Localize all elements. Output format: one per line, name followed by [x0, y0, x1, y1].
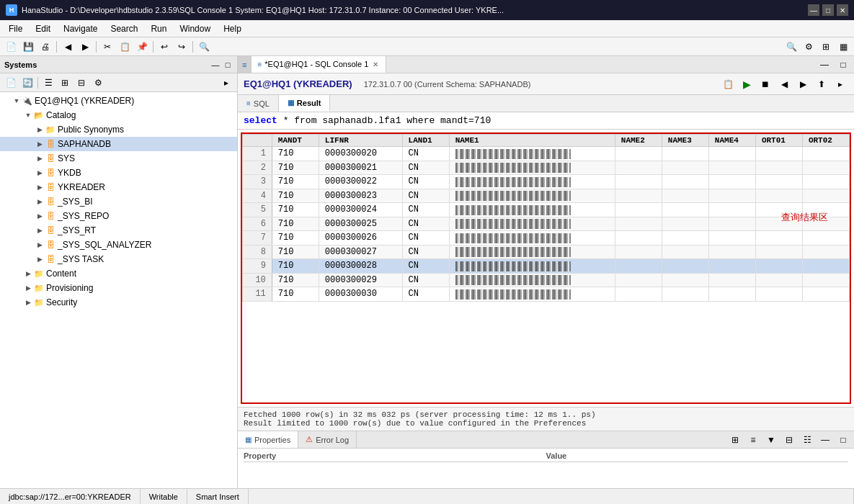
- tree-toggle-content[interactable]: ▶: [23, 269, 33, 279]
- tab-bar-maximize[interactable]: □: [835, 58, 851, 72]
- toolbar-cut[interactable]: ✂: [99, 40, 115, 54]
- tree-toggle-sys-bi[interactable]: ▶: [35, 197, 45, 207]
- toolbar-redo[interactable]: ↪: [174, 40, 190, 54]
- maximize-button[interactable]: □: [822, 4, 834, 16]
- conn-btn-browse[interactable]: 📋: [720, 77, 736, 91]
- bottom-panel-maximize[interactable]: □: [835, 433, 851, 447]
- conn-btn-run[interactable]: ▶: [739, 77, 755, 91]
- table-row[interactable]: 27100000300021CN: [243, 161, 850, 175]
- bottom-tb-2[interactable]: ≡: [745, 433, 761, 447]
- tree-toggle-sys-repo[interactable]: ▶: [35, 211, 45, 221]
- tree-item-sys[interactable]: ▶ 🗄 SYS: [0, 151, 237, 166]
- left-tb-collapse[interactable]: ⊟: [74, 76, 89, 90]
- table-row[interactable]: 107100000300029CN: [243, 273, 850, 287]
- bottom-tb-1[interactable]: ⊞: [727, 433, 743, 447]
- toolbar-search-right[interactable]: 🔍: [783, 40, 799, 54]
- left-tb-new[interactable]: 📄: [3, 76, 19, 90]
- tree-toggle-sys-sql-analyzer[interactable]: ▶: [35, 240, 45, 250]
- conn-btn-nav[interactable]: ⬆: [814, 77, 829, 91]
- tree-item-ykdb[interactable]: ▶ 🗄 YKDB: [0, 166, 237, 180]
- menu-help[interactable]: Help: [218, 22, 247, 35]
- conn-btn-forward[interactable]: ▶: [795, 77, 811, 91]
- tree-item-saphanadb[interactable]: ▶ 🗄 SAPHANADB: [0, 137, 237, 151]
- toolbar-save[interactable]: 💾: [20, 40, 36, 54]
- tree-toggle-provisioning[interactable]: ▶: [23, 283, 33, 293]
- tree-item-security[interactable]: ▶ 📁 Security: [0, 295, 237, 310]
- left-tb-expand[interactable]: ⊞: [57, 76, 73, 90]
- tree-item-public-synonyms[interactable]: ▶ 📁 Public Synonyms: [0, 122, 237, 137]
- panel-minimize-btn[interactable]: —: [210, 60, 221, 70]
- table-row[interactable]: 77100000300026CN: [243, 231, 850, 246]
- toolbar-copy[interactable]: 📋: [117, 40, 133, 54]
- table-row[interactable]: 17100000300020CN: [243, 147, 850, 161]
- toolbar-extra[interactable]: ▦: [835, 40, 851, 54]
- table-row[interactable]: 67100000300025CN: [243, 217, 850, 231]
- bottom-tb-4[interactable]: ☷: [799, 433, 815, 447]
- sql-console-tab[interactable]: ≡ *EQ1@HQ1 - SQL Console 1 ✕: [252, 56, 386, 73]
- menu-edit[interactable]: Edit: [30, 22, 56, 35]
- result-scroll[interactable]: MANDT LIFNR LAND1 NAME1 NAME2 NAME3 NAME…: [242, 134, 850, 402]
- tree-toggle-synonyms[interactable]: ▶: [35, 125, 45, 135]
- console-tab-inactive[interactable]: ≡: [238, 56, 252, 73]
- menu-run[interactable]: Run: [145, 22, 172, 35]
- tree-toggle-sys-task[interactable]: ▶: [35, 254, 45, 264]
- toolbar-undo[interactable]: ↩: [156, 40, 172, 54]
- bottom-panel-minimize[interactable]: —: [817, 433, 833, 447]
- left-tb-extra[interactable]: ▸: [218, 76, 234, 90]
- tree-toggle-catalog[interactable]: ▼: [23, 110, 33, 120]
- left-tb-settings[interactable]: ⚙: [90, 76, 106, 90]
- table-row[interactable]: 47100000300023CN: [243, 189, 850, 203]
- left-tb-filter[interactable]: ☰: [40, 76, 56, 90]
- tree-toggle-ykreader[interactable]: ▶: [35, 182, 45, 192]
- conn-btn-stop[interactable]: ⏹: [757, 77, 773, 91]
- tree-toggle-sys-rt[interactable]: ▶: [35, 225, 45, 235]
- tree-item-catalog[interactable]: ▼ 📂 Catalog: [0, 108, 237, 122]
- tree-item-provisioning[interactable]: ▶ 📁 Provisioning: [0, 281, 237, 295]
- tree-item-ykreader[interactable]: ▶ 🗄 YKREADER: [0, 180, 237, 194]
- toolbar-forward[interactable]: ▶: [77, 40, 93, 54]
- minimize-button[interactable]: —: [808, 4, 819, 16]
- error-log-tab[interactable]: ⚠ Error Log: [298, 431, 357, 448]
- menu-window[interactable]: Window: [174, 22, 216, 35]
- table-row[interactable]: 57100000300024CN: [243, 203, 850, 217]
- toolbar-search[interactable]: 🔍: [196, 40, 212, 54]
- table-row[interactable]: 97100000300028CN: [243, 259, 850, 274]
- sql-tab[interactable]: ≡ SQL: [238, 95, 279, 112]
- menu-search[interactable]: Search: [104, 22, 143, 35]
- toolbar-settings[interactable]: ⚙: [801, 40, 817, 54]
- tree-item-sys-repo[interactable]: ▶ 🗄 _SYS_REPO: [0, 209, 237, 223]
- left-tb-refresh[interactable]: 🔄: [19, 76, 35, 90]
- tree-toggle-saphanadb[interactable]: ▶: [35, 139, 45, 149]
- conn-btn-more[interactable]: ▸: [832, 77, 848, 91]
- toolbar-print[interactable]: 🖨: [37, 40, 53, 54]
- close-button[interactable]: ✕: [837, 4, 848, 16]
- menu-file[interactable]: File: [3, 22, 28, 35]
- tree-toggle-security[interactable]: ▶: [23, 297, 33, 307]
- toolbar-grid[interactable]: ⊞: [818, 40, 834, 54]
- result-tab[interactable]: ▦ Result: [279, 95, 331, 112]
- properties-tab[interactable]: ▦ Properties: [238, 431, 298, 448]
- table-row[interactable]: 117100000300030CN: [243, 287, 850, 302]
- tree-toggle-sys[interactable]: ▶: [35, 153, 45, 163]
- table-row[interactable]: 87100000300027CN: [243, 245, 850, 259]
- tree-item-connection[interactable]: ▼ 🔌 EQ1@HQ1 (YKREADER): [0, 94, 237, 108]
- table-row[interactable]: 37100000300022CN: [243, 175, 850, 189]
- panel-maximize-btn[interactable]: □: [223, 60, 233, 70]
- tree-toggle-ykdb[interactable]: ▶: [35, 168, 45, 178]
- tree-item-sys-task[interactable]: ▶ 🗄 _SYS TASK: [0, 252, 237, 266]
- toolbar-new[interactable]: 📄: [3, 40, 19, 54]
- tree-item-sys-sql-analyzer[interactable]: ▶ 🗄 _SYS_SQL_ANALYZER: [0, 238, 237, 252]
- bottom-tb-filter[interactable]: ▼: [763, 433, 779, 447]
- bottom-tb-3[interactable]: ⊟: [781, 433, 797, 447]
- tree-toggle-connection[interactable]: ▼: [12, 96, 22, 106]
- tree-item-sys-bi[interactable]: ▶ 🗄 _SYS_BI: [0, 194, 237, 209]
- tree-item-sys-rt[interactable]: ▶ 🗄 _SYS_RT: [0, 223, 237, 238]
- menu-navigate[interactable]: Navigate: [58, 22, 103, 35]
- sql-console-tab-close[interactable]: ✕: [371, 60, 380, 69]
- tab-bar-minimize[interactable]: —: [817, 58, 832, 72]
- conn-btn-back[interactable]: ◀: [776, 77, 792, 91]
- toolbar-paste[interactable]: 📌: [134, 40, 150, 54]
- title-bar: H HanaStudio - D:\Developer\hdbstudio 2.…: [0, 0, 854, 20]
- tree-item-content[interactable]: ▶ 📁 Content: [0, 266, 237, 281]
- toolbar-back[interactable]: ◀: [60, 40, 76, 54]
